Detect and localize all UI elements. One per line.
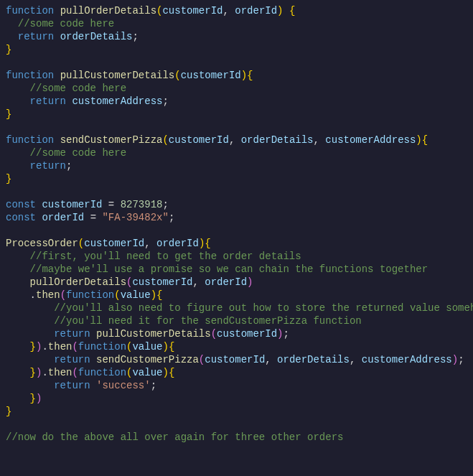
code-line[interactable]: function pullOrderDetails(customerId, or… <box>6 4 467 17</box>
code-token: . <box>42 341 47 353</box>
code-line[interactable]: return sendCustomerPizza(customerId, ord… <box>6 353 467 366</box>
code-line[interactable]: //you'll need it for the sendCustomerPiz… <box>6 314 467 327</box>
code-token: //you'll also need to figure out how to … <box>6 302 473 314</box>
code-line[interactable]: return customerAddress; <box>6 95 467 108</box>
code-token: ProcessOrder <box>6 238 78 249</box>
code-token: return <box>54 380 96 391</box>
code-token: { <box>422 134 428 146</box>
code-line[interactable]: pullOrderDetails(customerId, orderId) <box>6 276 467 289</box>
code-token <box>6 354 54 365</box>
code-line[interactable]: } <box>6 172 467 185</box>
code-token: } <box>30 341 36 353</box>
code-token: return <box>54 354 96 365</box>
code-token: pullOrderDetails <box>60 5 156 17</box>
code-token: ; <box>458 354 464 365</box>
code-token: customerAddress <box>72 95 162 107</box>
code-token: ( <box>199 354 205 365</box>
code-line[interactable]: .then(function(value){ <box>6 289 467 302</box>
code-line[interactable]: } <box>6 43 467 56</box>
code-token: } <box>30 393 36 404</box>
code-token: { <box>289 5 295 17</box>
code-token: orderId <box>42 212 84 223</box>
code-token: orderId <box>156 238 199 249</box>
code-token: ( <box>114 289 120 301</box>
code-token: ) <box>36 393 42 404</box>
code-line[interactable]: //maybe we'll use a promise so we can ch… <box>6 263 467 276</box>
code-token: ) <box>277 328 283 340</box>
code-token: } <box>30 367 36 378</box>
code-token: } <box>6 173 11 185</box>
code-token <box>6 95 30 107</box>
code-token: return <box>30 160 66 172</box>
code-token: then <box>36 289 60 301</box>
code-token: function <box>6 5 60 17</box>
code-token: orderDetails <box>241 134 314 146</box>
code-line[interactable]: return orderDetails; <box>6 30 467 43</box>
code-token <box>6 380 54 391</box>
code-token: pullCustomerDetails <box>96 328 211 340</box>
code-line[interactable] <box>6 185 467 198</box>
code-line[interactable]: //some code here <box>6 17 467 30</box>
code-token: then <box>48 341 72 353</box>
code-line[interactable]: //some code here <box>6 146 467 159</box>
code-token: function <box>66 289 114 301</box>
code-token: } <box>6 108 11 120</box>
code-token: { <box>169 367 174 378</box>
code-token: , <box>229 134 241 146</box>
code-token: customerId <box>162 5 223 17</box>
code-token: ) <box>247 276 253 288</box>
code-line[interactable]: } <box>6 405 467 418</box>
code-line[interactable] <box>6 418 467 431</box>
code-token: } <box>6 406 11 417</box>
code-line[interactable]: }) <box>6 392 467 405</box>
code-line[interactable]: //now do the above all over again for th… <box>6 431 467 444</box>
code-token: customerId <box>42 199 102 210</box>
code-token: 8273918 <box>121 199 163 210</box>
code-token: "FA-39482x" <box>102 212 168 223</box>
code-token: ( <box>211 328 217 340</box>
code-token: ; <box>162 95 168 107</box>
code-line[interactable] <box>6 56 467 69</box>
code-token: ) <box>162 367 168 378</box>
code-token: ; <box>162 199 168 210</box>
code-line[interactable] <box>6 121 467 134</box>
code-line[interactable]: return; <box>6 159 467 172</box>
code-token: ( <box>72 341 78 353</box>
code-token: , <box>223 5 235 17</box>
code-line[interactable]: function pullCustomerDetails(customerId)… <box>6 69 467 82</box>
code-token <box>6 367 30 378</box>
code-token: ( <box>162 134 168 146</box>
code-line[interactable]: return pullCustomerDetails(customerId); <box>6 327 467 340</box>
code-editor[interactable]: function pullOrderDetails(customerId, or… <box>0 0 473 448</box>
code-token: function <box>78 367 126 378</box>
code-token <box>6 328 54 340</box>
code-token: orderDetails <box>60 31 133 42</box>
code-token: orderDetails <box>277 354 350 365</box>
code-line[interactable]: function sendCustomerPizza(customerId, o… <box>6 134 467 146</box>
code-token: return <box>18 31 60 42</box>
code-token: , <box>192 276 205 288</box>
code-token: ; <box>132 31 138 42</box>
code-token <box>6 31 18 42</box>
code-token: , <box>144 238 156 249</box>
code-token: sendCustomerPizza <box>96 354 199 365</box>
code-token: = <box>102 199 120 210</box>
code-line[interactable]: const customerId = 8273918; <box>6 198 467 211</box>
code-token: orderId <box>205 276 247 288</box>
code-token <box>6 393 30 404</box>
code-line[interactable]: //you'll also need to figure out how to … <box>6 302 467 314</box>
code-line[interactable] <box>6 224 467 237</box>
code-line[interactable]: return 'success'; <box>6 379 467 392</box>
code-line[interactable]: } <box>6 108 467 121</box>
code-line[interactable]: }).then(function(value){ <box>6 340 467 353</box>
code-line[interactable]: //first, you'll need to get the order de… <box>6 250 467 263</box>
code-token: then <box>48 367 72 378</box>
code-line[interactable]: }).then(function(value){ <box>6 366 467 379</box>
code-token: customerId <box>132 276 192 288</box>
code-line[interactable]: ProcessOrder(customerId, orderId){ <box>6 237 467 250</box>
code-token: { <box>156 289 162 301</box>
code-token: customerId <box>205 354 265 365</box>
code-token: ) <box>241 70 247 81</box>
code-line[interactable]: const orderId = "FA-39482x"; <box>6 211 467 224</box>
code-line[interactable]: //some code here <box>6 82 467 95</box>
